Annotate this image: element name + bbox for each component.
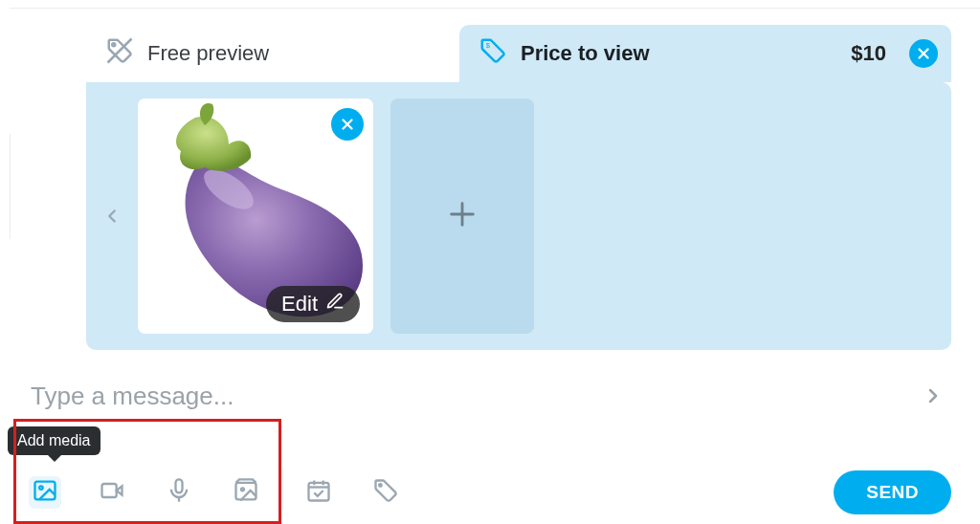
message-input[interactable] (29, 381, 915, 412)
microphone-icon (166, 477, 192, 508)
calendar-check-icon (305, 477, 332, 508)
svg-rect-16 (236, 483, 256, 499)
clear-price-button[interactable] (909, 39, 938, 68)
svg-rect-13 (102, 484, 117, 497)
plus-icon (446, 198, 479, 234)
svg-rect-14 (176, 479, 183, 492)
divider (10, 134, 11, 239)
message-composer (29, 373, 951, 419)
tab-price-to-view[interactable]: $ Price to view $10 (459, 25, 951, 82)
add-gif-button[interactable] (230, 476, 262, 509)
tooltip-text: Add media (17, 432, 91, 448)
add-media-tooltip: Add media (8, 426, 100, 455)
tab-free-preview[interactable]: Free preview (86, 25, 459, 82)
send-button[interactable]: SEND (834, 470, 951, 514)
svg-text:$: $ (486, 41, 491, 50)
svg-rect-18 (309, 483, 329, 501)
edit-label: Edit (281, 292, 318, 317)
tab-free-label: Free preview (147, 41, 269, 66)
divider (10, 8, 980, 9)
edit-media-button[interactable]: Edit (266, 286, 360, 322)
video-icon (99, 477, 125, 508)
svg-point-17 (241, 488, 244, 491)
tab-price-label: Price to view (521, 41, 650, 66)
set-price-button[interactable] (369, 476, 402, 509)
schedule-button[interactable] (302, 476, 335, 509)
toolbar-divider (282, 469, 283, 511)
add-image-button[interactable] (29, 476, 61, 509)
add-video-button[interactable] (96, 476, 128, 509)
pricing-tabs: Free preview $ Price to view $10 (86, 25, 951, 82)
svg-point-12 (39, 486, 43, 490)
remove-media-button[interactable] (331, 108, 364, 141)
price-tag-icon: $ (479, 36, 507, 71)
svg-point-0 (112, 43, 115, 46)
gallery-icon (233, 477, 259, 508)
expand-composer-button[interactable] (915, 377, 951, 415)
composer-toolbar: SEND (29, 472, 951, 513)
tag-off-icon (105, 36, 134, 71)
svg-point-22 (379, 484, 382, 487)
record-audio-button[interactable] (163, 476, 195, 509)
price-amount: $10 (851, 41, 886, 66)
pencil-icon (325, 292, 345, 317)
add-media-tile[interactable] (390, 98, 534, 334)
media-tray: Edit (86, 82, 951, 350)
scroll-left-button[interactable] (86, 206, 138, 227)
price-tag-icon (372, 477, 399, 508)
media-thumbnail[interactable]: Edit (138, 98, 373, 334)
image-icon (32, 477, 58, 508)
